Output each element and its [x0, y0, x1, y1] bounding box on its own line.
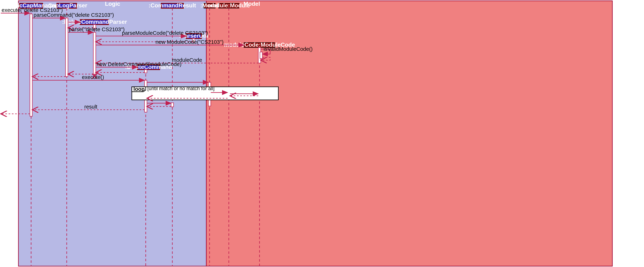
loop-label: loop: [134, 86, 144, 92]
participant-delete-command-parser-label: :DeleteCommandParser: [62, 18, 127, 25]
msg-is-valid-label: isValidModuleCode(): [264, 46, 313, 52]
activation-cap-log-parser: [66, 18, 68, 76]
activation-delete-command-create: [144, 70, 147, 73]
sequence-diagram: Logic Model :LogicCapManager :CapLogPars…: [0, 0, 644, 267]
activation-command-result: [171, 103, 174, 107]
loop-guard: [until match or no match for all]: [148, 86, 215, 91]
participant-command-result-label: :CommandResult: [149, 2, 196, 9]
msg-new-delete-command-label: new DeleteCommand(moduleCode): [96, 61, 182, 67]
msg-result-label: result: [84, 104, 97, 110]
msg-execute2-label: execute(): [82, 74, 104, 80]
frame-model: [206, 1, 612, 266]
msg-parse-label: parse("delete CS2103"): [69, 26, 125, 32]
activation-logic-cap-manager: [30, 14, 32, 116]
msg-parse-command-label: parseCommand("delete CS2103"): [34, 12, 114, 18]
activation-module-code-self: [260, 52, 262, 58]
msg-parse-module-code-label: parseModuleCode("delete CS2103"): [122, 30, 208, 36]
activation-dcp-parse: [93, 32, 96, 74]
frame-logic-title: Logic: [105, 0, 120, 7]
msg-new-module-code-label: new ModuleCode("CS2103"): [156, 39, 224, 45]
participant-module-label: module:Module: [208, 2, 250, 9]
